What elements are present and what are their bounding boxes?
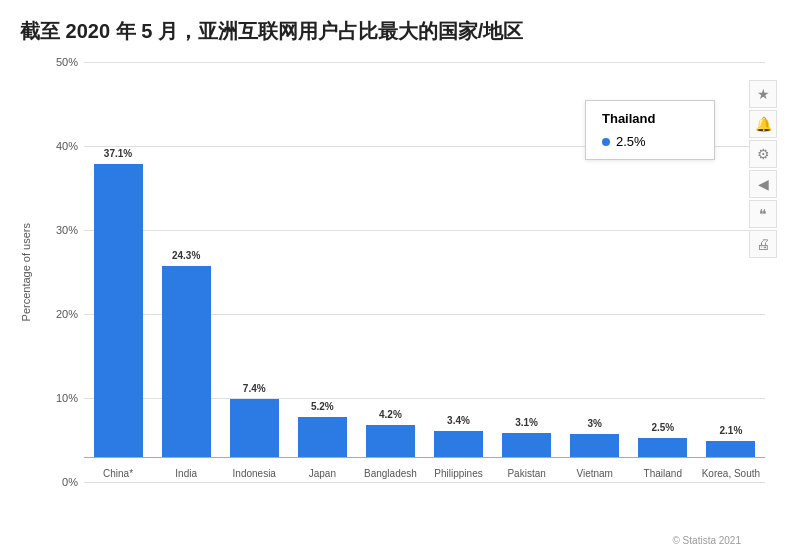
bell-icon[interactable]: 🔔: [749, 110, 777, 138]
bar: 2.5%: [638, 438, 687, 458]
bar: 5.2%: [298, 417, 347, 458]
bar-value-label: 2.5%: [651, 422, 674, 433]
sidebar-icons: ★🔔⚙◀❝🖨: [749, 80, 777, 258]
x-axis-label: Korea, South: [697, 458, 765, 482]
bar-value-label: 3.1%: [515, 417, 538, 428]
bar: 4.2%: [366, 425, 415, 458]
bar-value-label: 7.4%: [243, 383, 266, 394]
bar: 3%: [570, 434, 619, 458]
bar-value-label: 5.2%: [311, 401, 334, 412]
share-icon[interactable]: ◀: [749, 170, 777, 198]
bar-value-label: 4.2%: [379, 409, 402, 420]
bar-group[interactable]: 37.1%: [84, 62, 152, 458]
x-axis-label: Philippines: [424, 458, 492, 482]
x-axis-label: Thailand: [629, 458, 697, 482]
y-axis-label: Percentage of users: [20, 223, 38, 321]
grid-line-label: 10%: [40, 392, 78, 404]
bar: 37.1%: [94, 164, 143, 458]
bar: 24.3%: [162, 266, 211, 458]
statista-credit: © Statista 2021: [672, 535, 741, 546]
bar-group[interactable]: 4.2%: [356, 62, 424, 458]
bar: 7.4%: [230, 399, 279, 458]
bar: 3.1%: [502, 433, 551, 458]
grid-line-label: 20%: [40, 308, 78, 320]
bar-group[interactable]: 7.4%: [220, 62, 288, 458]
main-container: 截至 2020 年 5 月，亚洲互联网用户占比最大的国家/地区 Percenta…: [0, 0, 785, 552]
x-axis-label: China*: [84, 458, 152, 482]
bar-value-label: 24.3%: [172, 250, 200, 261]
quote-icon[interactable]: ❝: [749, 200, 777, 228]
tooltip-title: Thailand: [602, 111, 698, 126]
bar-group[interactable]: 3.1%: [493, 62, 561, 458]
grid-line-label: 30%: [40, 224, 78, 236]
gear-icon[interactable]: ⚙: [749, 140, 777, 168]
chart-title: 截至 2020 年 5 月，亚洲互联网用户占比最大的国家/地区: [20, 18, 765, 44]
bar-value-label: 37.1%: [104, 148, 132, 159]
tooltip-value-row: 2.5%: [602, 134, 698, 149]
bar-value-label: 2.1%: [719, 425, 742, 436]
bar-value-label: 3.4%: [447, 415, 470, 426]
tooltip-box: Thailand 2.5%: [585, 100, 715, 160]
x-axis-labels: China*IndiaIndonesiaJapanBangladeshPhili…: [84, 458, 765, 482]
x-axis-label: Vietnam: [561, 458, 629, 482]
bar-value-label: 3%: [587, 418, 601, 429]
star-icon[interactable]: ★: [749, 80, 777, 108]
bar: 2.1%: [706, 441, 755, 458]
print-icon[interactable]: 🖨: [749, 230, 777, 258]
x-axis-label: Japan: [288, 458, 356, 482]
x-axis-label: Indonesia: [220, 458, 288, 482]
tooltip-dot: [602, 138, 610, 146]
bar-group[interactable]: 24.3%: [152, 62, 220, 458]
bar-group[interactable]: 3.4%: [424, 62, 492, 458]
grid-line-label: 0%: [40, 476, 78, 488]
bar-group[interactable]: 5.2%: [288, 62, 356, 458]
grid-line-label: 50%: [40, 56, 78, 68]
x-axis-label: India: [152, 458, 220, 482]
x-axis-label: Bangladesh: [356, 458, 424, 482]
x-axis-label: Pakistan: [493, 458, 561, 482]
bar: 3.4%: [434, 431, 483, 458]
grid-line-label: 40%: [40, 140, 78, 152]
tooltip-value: 2.5%: [616, 134, 646, 149]
